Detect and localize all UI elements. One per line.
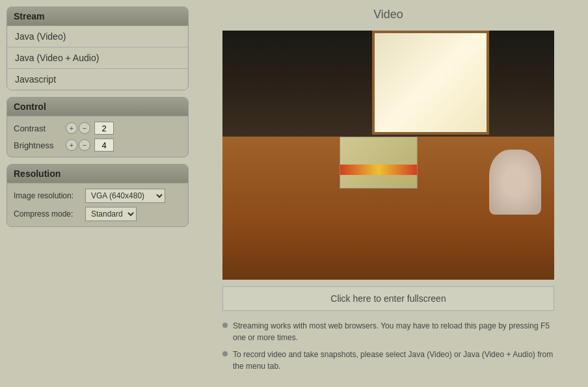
compress-mode-row: Compress mode: Standard High Low bbox=[14, 207, 181, 221]
contrast-controls: + − bbox=[66, 122, 114, 135]
stream-header: Stream bbox=[7, 7, 188, 26]
image-resolution-row: Image resolution: VGA (640x480) QVGA (32… bbox=[14, 189, 181, 203]
brightness-row: Brightness + − bbox=[14, 139, 181, 152]
note-bullet-2 bbox=[222, 351, 228, 356]
video-window bbox=[372, 31, 489, 135]
note-bullet-1 bbox=[222, 323, 228, 328]
brightness-controls: + − bbox=[66, 139, 114, 152]
resolution-panel: Resolution Image resolution: VGA (640x48… bbox=[7, 164, 189, 227]
fullscreen-button[interactable]: Click here to enter fullscreen bbox=[222, 286, 554, 311]
note-item-1: Streaming works with most web browsers. … bbox=[222, 320, 554, 343]
control-header: Control bbox=[7, 98, 188, 116]
stream-item-javascript[interactable]: Javascript bbox=[7, 69, 188, 90]
control-panel: Control Contrast + − Brightness + bbox=[7, 97, 189, 157]
video-box bbox=[340, 137, 418, 189]
video-box-stripe bbox=[340, 165, 417, 175]
contrast-increment-button[interactable]: + bbox=[66, 122, 77, 134]
video-object bbox=[489, 150, 541, 215]
video-container bbox=[222, 31, 554, 280]
page-title: Video bbox=[373, 8, 403, 21]
brightness-label: Brightness bbox=[14, 140, 66, 150]
compress-mode-label: Compress mode: bbox=[14, 209, 85, 219]
stream-panel: Stream Java (Video) Java (Video + Audio)… bbox=[7, 7, 189, 90]
stream-item-java-video-audio[interactable]: Java (Video + Audio) bbox=[7, 47, 188, 69]
compress-mode-select[interactable]: Standard High Low bbox=[85, 207, 137, 221]
note-text-2: To record video and take snapshots, plea… bbox=[233, 349, 554, 372]
contrast-row: Contrast + − bbox=[14, 122, 181, 135]
brightness-decrement-button[interactable]: − bbox=[79, 139, 90, 151]
stream-items: Java (Video) Java (Video + Audio) Javasc… bbox=[7, 26, 188, 90]
image-resolution-select[interactable]: VGA (640x480) QVGA (320x240) SVGA (800x6… bbox=[85, 189, 165, 203]
sidebar: Stream Java (Video) Java (Video + Audio)… bbox=[7, 7, 189, 380]
contrast-decrement-button[interactable]: − bbox=[79, 122, 90, 134]
brightness-value-input[interactable] bbox=[94, 139, 114, 152]
contrast-label: Contrast bbox=[14, 124, 66, 133]
note-text-1: Streaming works with most web browsers. … bbox=[233, 320, 554, 343]
video-scene bbox=[222, 31, 554, 280]
brightness-increment-button[interactable]: + bbox=[66, 139, 77, 151]
main-content: Video Click here to enter fullscreen bbox=[195, 7, 581, 380]
notes-section: Streaming works with most web browsers. … bbox=[222, 317, 554, 380]
contrast-value-input[interactable] bbox=[94, 122, 114, 135]
control-body: Contrast + − Brightness + − bbox=[7, 116, 188, 157]
stream-item-java-video[interactable]: Java (Video) bbox=[7, 26, 188, 47]
resolution-body: Image resolution: VGA (640x480) QVGA (32… bbox=[7, 183, 188, 226]
image-resolution-label: Image resolution: bbox=[14, 191, 85, 200]
note-item-2: To record video and take snapshots, plea… bbox=[222, 349, 554, 372]
resolution-header: Resolution bbox=[7, 165, 188, 183]
